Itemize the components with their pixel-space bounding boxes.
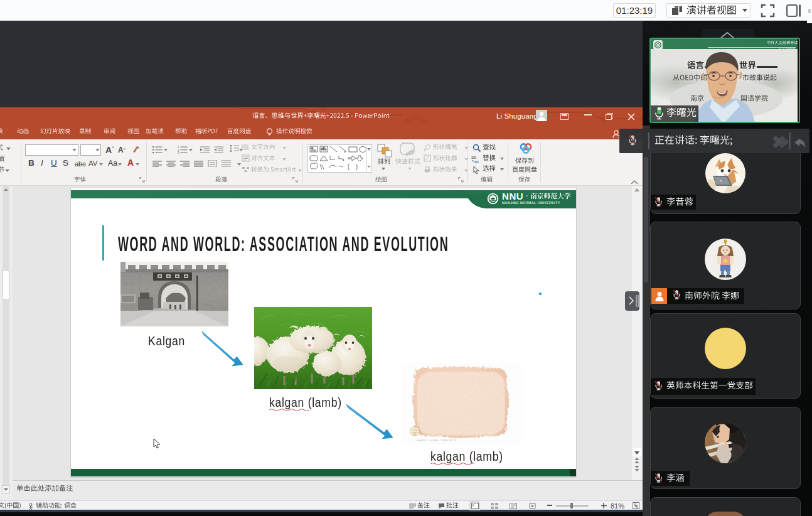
svg-text:SHERLY HOME COMFORTS: SHERLY HOME COMFORTS: [417, 439, 457, 442]
svg-text:3: 3: [178, 151, 179, 154]
svg-text:ac: ac: [474, 159, 479, 164]
svg-text:ab: ab: [471, 155, 476, 159]
